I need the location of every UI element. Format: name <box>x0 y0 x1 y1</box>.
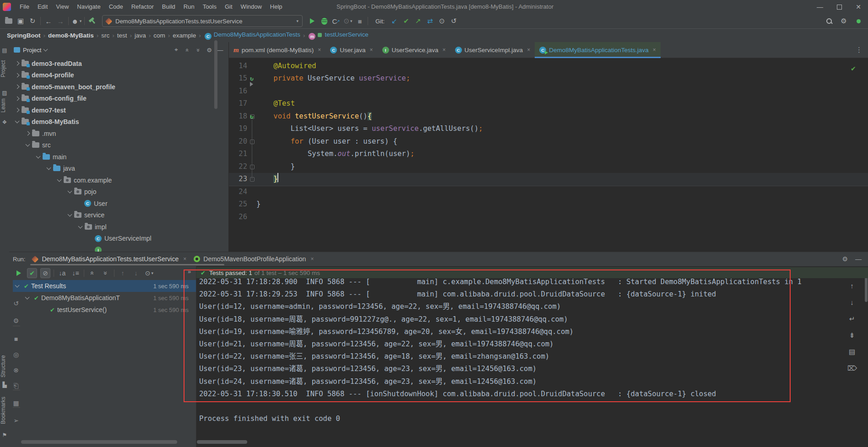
menu-item-refactor[interactable]: Refactor <box>127 0 158 14</box>
project-tree-row[interactable]: service <box>9 210 228 221</box>
menu-item-navigate[interactable]: Navigate <box>73 0 104 14</box>
save-all-icon[interactable]: ▣ <box>15 16 27 26</box>
menu-item-file[interactable]: File <box>16 0 33 14</box>
breadcrumb-item[interactable]: test <box>117 32 127 39</box>
hide-panel-icon[interactable]: — <box>855 255 862 263</box>
pin-icon[interactable]: ➢ <box>11 415 21 425</box>
code-line[interactable]: 17 @Test <box>229 97 868 110</box>
chevron-right-icon[interactable] <box>15 85 20 89</box>
minimize-button[interactable]: — <box>810 0 830 14</box>
maximize-button[interactable] <box>830 0 849 14</box>
menu-item-edit[interactable]: Edit <box>33 0 52 14</box>
coverage-icon[interactable]: C↗ <box>330 16 342 26</box>
chevron-right-icon[interactable] <box>15 61 20 66</box>
rerun-icon[interactable] <box>14 268 24 278</box>
collapse-all-icon[interactable]: » <box>101 268 111 278</box>
chevron-down-icon[interactable] <box>57 177 62 182</box>
editor-tab[interactable]: IUserService.java× <box>378 42 450 58</box>
run-console[interactable]: ✔ Tests passed: 1 of 1 test – 1 sec 590 … <box>196 266 868 447</box>
run-icon[interactable] <box>306 16 318 26</box>
more-options-chevrons-icon[interactable]: » <box>188 268 191 275</box>
project-tree-row[interactable]: impl <box>9 221 228 233</box>
debug-icon[interactable] <box>318 16 330 26</box>
test-tree-row[interactable]: ✔Demo8MyBatisApplicationT1 sec 590 ms <box>13 292 196 304</box>
sort-by-duration-icon[interactable]: ↓≡ <box>71 268 81 278</box>
project-tree-row[interactable]: CUserServiceImpl <box>9 233 228 245</box>
kill-process-icon[interactable]: ⊗ <box>11 365 21 375</box>
menu-item-view[interactable]: View <box>52 0 73 14</box>
clear-icon[interactable]: ⌦ <box>847 364 857 372</box>
project-tree-row[interactable]: CUser <box>9 198 228 210</box>
code-line[interactable]: 15↻ private UserService userService; <box>229 72 868 85</box>
console-hscrollbar[interactable] <box>197 440 247 444</box>
fold-start-icon[interactable] <box>250 140 255 144</box>
code-line[interactable]: 23 } <box>229 173 868 186</box>
locate-icon[interactable]: ⌖ <box>171 46 182 54</box>
menu-item-run[interactable]: Run <box>179 0 199 14</box>
chevron-down-icon[interactable] <box>15 283 20 288</box>
stop-icon[interactable]: ■ <box>354 16 366 26</box>
breadcrumb-item[interactable]: demo8-MyBatis <box>48 32 94 39</box>
code-line[interactable]: 18↻ void testUserService(){ <box>229 110 868 123</box>
gear-icon[interactable]: ⚙ <box>842 255 848 263</box>
inspections-ok-icon[interactable]: ✔ <box>851 65 856 72</box>
soft-wrap-icon[interactable]: ↵ <box>847 315 857 323</box>
chevron-down-icon[interactable] <box>68 189 72 194</box>
update-icon[interactable]: ↙ <box>388 16 400 26</box>
back-icon[interactable]: ← <box>43 16 54 26</box>
code-line[interactable]: 16 <box>229 85 868 98</box>
close-tab-icon[interactable]: × <box>310 256 314 262</box>
scroll-to-end-icon[interactable]: ⇟ <box>847 331 857 339</box>
code-line[interactable]: 21 System.out.println(user); <box>229 148 868 161</box>
editor-tab[interactable]: CDemo8MyBatisApplicationTests.java× <box>535 42 661 58</box>
project-tree-row[interactable]: demo3-readData <box>9 58 228 70</box>
code-line[interactable]: 25} <box>229 198 868 211</box>
updates-dot-icon[interactable] <box>852 16 864 26</box>
code-line[interactable]: 19 List<User> users = userService.getAll… <box>229 123 868 135</box>
chevron-down-icon[interactable] <box>47 166 51 170</box>
tab-list-icon[interactable]: ⋮ <box>850 46 868 54</box>
scroll-down-icon[interactable]: ↓ <box>847 298 857 306</box>
close-tab-icon[interactable]: × <box>370 47 373 53</box>
chevron-down-icon[interactable] <box>25 295 30 300</box>
code-editor[interactable]: 14 @Autowired15↻ private UserService use… <box>229 60 868 252</box>
menu-item-code[interactable]: Code <box>105 0 127 14</box>
stripe-label-learn[interactable]: Learn <box>0 95 9 116</box>
code-line[interactable]: 26 <box>229 211 868 224</box>
breadcrumb-item[interactable]: example <box>173 32 196 39</box>
stripe-label-project[interactable]: Project <box>0 53 9 85</box>
chevron-down-icon[interactable] <box>78 224 83 228</box>
menu-item-git[interactable]: Git <box>221 0 237 14</box>
print-icon[interactable]: ▤ <box>847 348 857 356</box>
chevron-right-icon[interactable] <box>26 131 30 136</box>
chevron-down-icon[interactable] <box>15 119 20 124</box>
fold-end-icon[interactable] <box>250 177 255 182</box>
test-tree-row[interactable]: ✔Test Results1 sec 590 ms <box>13 280 196 292</box>
close-tab-icon[interactable]: × <box>318 47 321 53</box>
stripe-label-structure[interactable]: Structure <box>0 353 9 380</box>
close-tab-icon[interactable]: × <box>443 47 446 53</box>
show-passed-icon[interactable]: ✔ <box>27 268 37 278</box>
project-tree-row[interactable]: .mvn <box>9 128 228 140</box>
sort-alphabetically-icon[interactable]: ↓a <box>57 268 67 278</box>
project-tree-row[interactable]: pojo <box>9 186 228 198</box>
collapse-all-icon[interactable]: » <box>195 44 202 55</box>
close-tab-icon[interactable]: × <box>653 47 656 53</box>
chevron-down-icon[interactable] <box>26 142 30 147</box>
scroll-up-icon[interactable]: ↑ <box>847 282 857 290</box>
push-icon[interactable]: ↗ <box>412 16 424 26</box>
project-tree-row[interactable]: demo7-test <box>9 104 228 116</box>
project-tree-row[interactable]: demo6-config_file <box>9 93 228 105</box>
fold-end-icon[interactable] <box>250 165 255 169</box>
run-tab[interactable]: Demo5MavenBootProfileApplication× <box>194 255 314 263</box>
profiler-icon[interactable]: ⊙▾ <box>342 16 354 26</box>
menu-item-window[interactable]: Window <box>237 0 266 14</box>
bookmark-flag-icon[interactable]: ⚑ <box>1 432 8 438</box>
expand-all-icon[interactable]: « <box>87 268 98 278</box>
profile-icon[interactable]: ☻▾ <box>71 16 82 26</box>
build-hammer-icon[interactable] <box>87 16 98 26</box>
code-line[interactable]: 20 for (User user : users) { <box>229 135 868 148</box>
breadcrumb-item[interactable]: mtestUserService <box>308 31 368 40</box>
history-icon[interactable]: ⊙ <box>436 16 448 26</box>
close-tab-icon[interactable]: × <box>527 47 530 53</box>
